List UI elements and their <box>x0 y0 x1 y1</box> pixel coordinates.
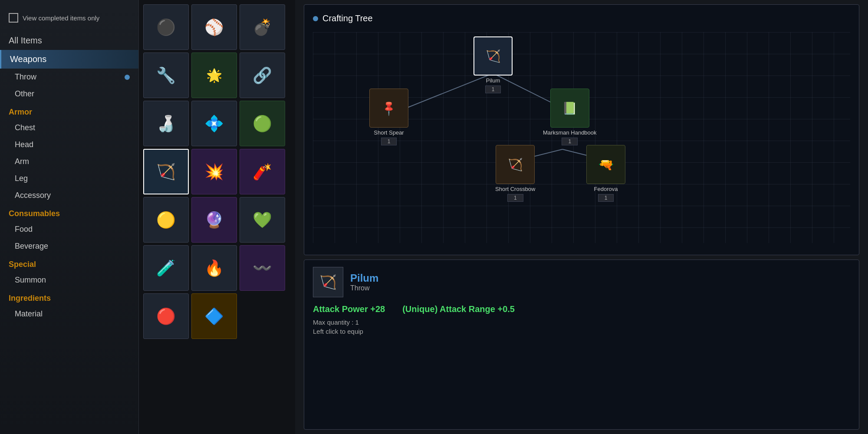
item-icon: ⚫ <box>156 18 176 36</box>
attack-range-value: (Unique) Attack Range +0.5 <box>402 304 515 314</box>
nav-weapons[interactable]: Weapons <box>0 50 138 69</box>
item-icon: 🔗 <box>253 66 272 85</box>
grid-cell[interactable]: 🟢 <box>240 101 285 146</box>
detail-name: Pilum <box>350 272 378 284</box>
short-crossbow-label: Short Crossbow <box>495 186 535 192</box>
nav-food[interactable]: Food <box>0 221 138 238</box>
nav-beverage[interactable]: Beverage <box>0 238 138 255</box>
tree-node-pilum[interactable]: 🏹 Pilum 1 <box>473 36 513 93</box>
item-icon: 🧪 <box>156 259 176 277</box>
grid-row: 🧪 🔥 〰️ <box>143 245 291 291</box>
item-icon: 💥 <box>204 163 224 181</box>
detail-info: Max quantity : 1 Left click to equip <box>313 319 850 335</box>
detail-title-block: Pilum Throw <box>350 272 378 292</box>
left-click-text: Left click to equip <box>313 328 850 335</box>
item-icon: 🔴 <box>156 307 176 326</box>
item-icon: 🔷 <box>204 307 224 326</box>
short-crossbow-qty: 1 <box>507 194 523 202</box>
item-icon: ⚾ <box>204 18 224 36</box>
grid-cell[interactable]: ⚾ <box>191 4 237 50</box>
nav-material[interactable]: Material <box>0 306 138 322</box>
item-icon: 💣 <box>253 18 272 36</box>
pilum-icon: 🏹 <box>156 163 176 181</box>
grid-cell[interactable]: 🔥 <box>191 245 237 291</box>
grid-row: 🏹 💥 🧨 <box>143 149 291 194</box>
grid-cell[interactable]: 🔴 <box>143 293 189 339</box>
tree-node-short-spear[interactable]: 📌 Short Spear 1 <box>369 89 408 145</box>
throw-dot-indicator <box>125 75 130 80</box>
grid-cell[interactable]: 💥 <box>191 149 237 194</box>
nav-throw[interactable]: Throw <box>0 69 138 85</box>
nav-all-items[interactable]: All Items <box>0 31 138 50</box>
grid-row: 🔴 🔷 <box>143 293 291 339</box>
grid-cell[interactable]: 〰️ <box>240 245 285 291</box>
detail-item-icon: 🏹 <box>319 274 337 290</box>
crafting-tree-title: Crafting Tree <box>313 13 850 23</box>
nav-accessory[interactable]: Accessory <box>0 187 138 204</box>
grid-row: 🟡 🔮 💚 <box>143 197 291 243</box>
grid-cell[interactable]: 💣 <box>240 4 285 50</box>
detail-type: Throw <box>350 284 378 292</box>
short-spear-icon[interactable]: 📌 <box>369 89 408 128</box>
detail-icon: 🏹 <box>313 267 343 297</box>
item-grid-panel: ⚫ ⚾ 💣 🔧 🌟 🔗 🍶 💠 🟢 🏹 <box>139 0 295 434</box>
nav-summon[interactable]: Summon <box>0 272 138 289</box>
grid-cell-selected[interactable]: 🏹 <box>143 149 189 194</box>
grid-cell[interactable]: 💠 <box>191 101 237 146</box>
attack-power-value: Attack Power +28 <box>313 304 385 314</box>
grid-row: ⚫ ⚾ 💣 <box>143 4 291 50</box>
right-panel: Crafting Tree 🏹 Pilum 1 <box>295 0 868 434</box>
short-crossbow-icon[interactable]: 🏹 <box>496 145 535 184</box>
grid-cell[interactable]: 🌟 <box>191 53 237 98</box>
view-completed-checkbox[interactable] <box>9 13 18 23</box>
grid-cell[interactable]: 🔧 <box>143 53 189 98</box>
nav-special: Special <box>0 255 138 272</box>
nav-chest[interactable]: Chest <box>0 119 138 136</box>
tree-node-marksman-handbook[interactable]: 📗 Marksman Handbook 1 <box>543 89 597 145</box>
nav-ingredients: Ingredients <box>0 289 138 306</box>
max-quantity-text: Max quantity : 1 <box>313 319 850 326</box>
grid-cell[interactable]: 💚 <box>240 197 285 243</box>
checkbox-label: View completed items only <box>23 14 99 22</box>
grid-cell-gold[interactable]: 🔷 <box>191 293 237 339</box>
item-icon: 🔮 <box>204 211 224 229</box>
nav-armor: Armor <box>0 102 138 119</box>
detail-panel: 🏹 Pilum Throw Attack Power +28 (Unique) … <box>304 260 859 430</box>
marksman-handbook-icon[interactable]: 📗 <box>550 89 589 128</box>
item-icon: 💚 <box>253 211 272 229</box>
grid-cell[interactable]: 🔗 <box>240 53 285 98</box>
item-icon: 🟢 <box>253 115 272 133</box>
grid-cell[interactable]: 🧨 <box>240 149 285 194</box>
tree-node-fedorova[interactable]: 🔫 Fedorova 1 <box>586 145 625 202</box>
grid-cell[interactable]: ⚫ <box>143 4 189 50</box>
grid-cell[interactable]: 🟡 <box>143 197 189 243</box>
pilum-node-icon[interactable]: 🏹 <box>473 36 513 76</box>
crafting-tree-panel: Crafting Tree 🏹 Pilum 1 <box>304 4 859 255</box>
sidebar: View completed items only All Items Weap… <box>0 0 139 434</box>
grid-cell[interactable]: 🔮 <box>191 197 237 243</box>
item-icon: 🧨 <box>253 163 272 181</box>
short-spear-qty: 1 <box>381 138 397 145</box>
tree-container: 🏹 Pilum 1 📌 Short Spear 1 📗 Marksman Han… <box>313 32 850 243</box>
short-spear-label: Short Spear <box>374 129 404 136</box>
fedorova-icon[interactable]: 🔫 <box>586 145 625 184</box>
nav-head[interactable]: Head <box>0 136 138 153</box>
item-icon: 🍶 <box>156 115 176 133</box>
pilum-qty: 1 <box>485 85 501 93</box>
checkbox-row[interactable]: View completed items only <box>0 9 138 31</box>
item-icon: 〰️ <box>253 259 272 277</box>
detail-stats: Attack Power +28 (Unique) Attack Range +… <box>313 304 850 314</box>
grid-cell[interactable]: 🍶 <box>143 101 189 146</box>
nav-other[interactable]: Other <box>0 85 138 102</box>
nav-arm[interactable]: Arm <box>0 153 138 170</box>
stat-attack-power: Attack Power +28 <box>313 304 385 314</box>
grid-cell[interactable]: 🧪 <box>143 245 189 291</box>
item-icon: 🌟 <box>206 68 222 83</box>
pilum-label: Pilum <box>486 77 500 84</box>
detail-header: 🏹 Pilum Throw <box>313 267 850 297</box>
nav-leg[interactable]: Leg <box>0 170 138 187</box>
fedorova-label: Fedorova <box>594 186 618 192</box>
item-icon: 🔥 <box>204 259 224 277</box>
nav-consumables: Consumables <box>0 204 138 221</box>
tree-node-short-crossbow[interactable]: 🏹 Short Crossbow 1 <box>495 145 535 202</box>
